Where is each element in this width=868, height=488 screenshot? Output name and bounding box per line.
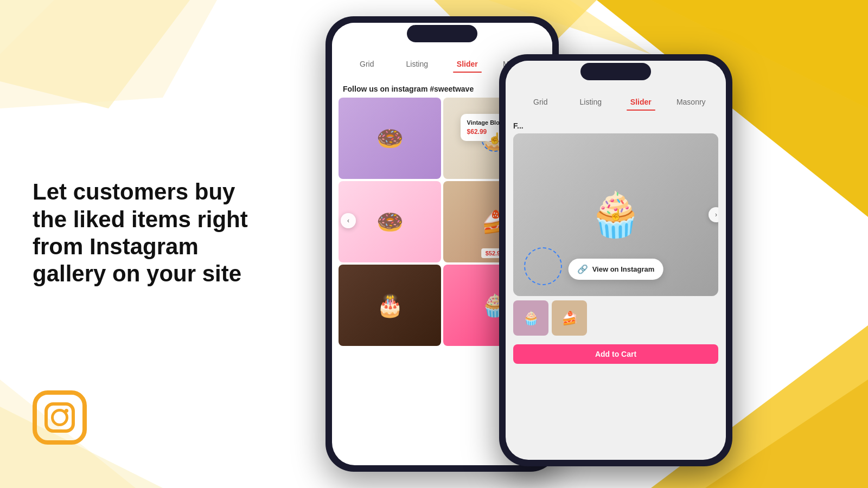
phone2-follow-label: F...: [506, 116, 726, 133]
tab-listing[interactable]: Listing: [393, 55, 442, 73]
tab2-masonry[interactable]: Masonry: [667, 93, 716, 111]
phones-area: Grid Listing Slider Masonry Follow us on…: [282, 0, 868, 488]
thumb-strip: 🧁 🍰: [506, 296, 726, 340]
phone-screen-2: Grid Listing Slider Masonry F... 🧁 › ☝: [506, 61, 726, 460]
left-panel: Let customers buy the liked items right …: [0, 0, 282, 488]
add-to-cart-btn[interactable]: Add to Cart: [513, 344, 718, 364]
phone-notch-1: [407, 25, 477, 42]
cupcake-slide-container: 🧁 › ☝ 🔗 View on Instagram: [513, 133, 718, 296]
tab2-listing[interactable]: Listing: [567, 93, 615, 111]
instagram-logo: [33, 390, 87, 445]
view-instagram-label: View on Instagram: [592, 265, 655, 273]
tab2-grid[interactable]: Grid: [516, 93, 565, 111]
choc-cake-img: 🎂: [339, 265, 441, 346]
thumb-2[interactable]: 🍰: [552, 300, 587, 336]
tab-slider[interactable]: Slider: [443, 55, 492, 73]
tab-grid[interactable]: Grid: [343, 55, 391, 73]
grid-item-choc-cake[interactable]: 🎂: [339, 265, 441, 346]
product-circle-2: [524, 247, 562, 285]
tab2-slider[interactable]: Slider: [617, 93, 665, 111]
thumb-1[interactable]: 🧁: [513, 300, 548, 336]
headline: Let customers buy the liked items right …: [33, 178, 250, 288]
grid-item-donuts[interactable]: 🍩: [339, 98, 441, 179]
donut-img: 🍩: [339, 98, 441, 179]
external-link-icon: 🔗: [577, 264, 588, 274]
instagram-logo-inner: [44, 402, 75, 433]
view-on-instagram-btn[interactable]: 🔗 View on Instagram: [569, 259, 663, 280]
phone-notch-2: [580, 63, 651, 80]
slider-prev-btn[interactable]: ‹: [341, 213, 356, 228]
phone-2: Grid Listing Slider Masonry F... 🧁 › ☝: [499, 54, 732, 466]
